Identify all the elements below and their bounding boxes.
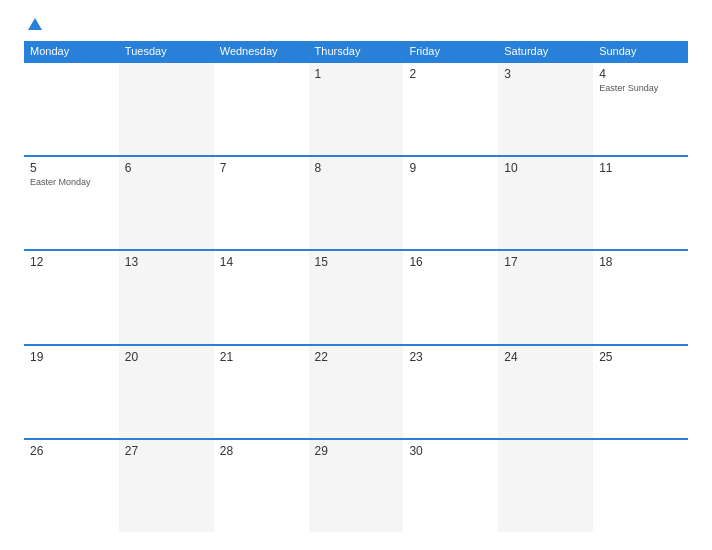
cal-cell [24, 63, 119, 155]
cal-cell: 28 [214, 440, 309, 532]
day-number: 2 [409, 67, 492, 81]
day-number: 27 [125, 444, 208, 458]
day-number: 10 [504, 161, 587, 175]
cal-cell: 24 [498, 346, 593, 438]
header-cell-friday: Friday [403, 41, 498, 61]
calendar-body: 1234Easter Sunday5Easter Monday678910111… [24, 61, 688, 532]
day-number: 17 [504, 255, 587, 269]
day-number: 29 [315, 444, 398, 458]
day-number: 20 [125, 350, 208, 364]
cal-cell: 18 [593, 251, 688, 343]
day-number: 30 [409, 444, 492, 458]
cal-cell: 12 [24, 251, 119, 343]
day-number: 28 [220, 444, 303, 458]
day-number: 1 [315, 67, 398, 81]
cal-cell: 26 [24, 440, 119, 532]
cal-cell: 8 [309, 157, 404, 249]
day-number: 8 [315, 161, 398, 175]
page: MondayTuesdayWednesdayThursdayFridaySatu… [0, 0, 712, 550]
cal-cell: 11 [593, 157, 688, 249]
cal-cell: 20 [119, 346, 214, 438]
cal-cell: 5Easter Monday [24, 157, 119, 249]
cal-cell [498, 440, 593, 532]
calendar: MondayTuesdayWednesdayThursdayFridaySatu… [24, 41, 688, 532]
day-number: 26 [30, 444, 113, 458]
cal-cell: 29 [309, 440, 404, 532]
cal-cell: 16 [403, 251, 498, 343]
cal-cell: 19 [24, 346, 119, 438]
logo-blue-text [24, 18, 42, 31]
day-number: 12 [30, 255, 113, 269]
cal-cell: 3 [498, 63, 593, 155]
header-cell-tuesday: Tuesday [119, 41, 214, 61]
cal-cell: 2 [403, 63, 498, 155]
calendar-header: MondayTuesdayWednesdayThursdayFridaySatu… [24, 41, 688, 61]
cal-cell: 13 [119, 251, 214, 343]
holiday-label: Easter Sunday [599, 83, 682, 95]
week-row-1: 5Easter Monday67891011 [24, 155, 688, 249]
day-number: 22 [315, 350, 398, 364]
header-cell-monday: Monday [24, 41, 119, 61]
cal-cell: 14 [214, 251, 309, 343]
cal-cell: 17 [498, 251, 593, 343]
header [24, 18, 688, 31]
day-number: 24 [504, 350, 587, 364]
cal-cell: 30 [403, 440, 498, 532]
cal-cell: 4Easter Sunday [593, 63, 688, 155]
logo [24, 18, 42, 31]
day-number: 13 [125, 255, 208, 269]
day-number: 11 [599, 161, 682, 175]
cal-cell: 25 [593, 346, 688, 438]
cal-cell: 15 [309, 251, 404, 343]
day-number: 21 [220, 350, 303, 364]
cal-cell: 21 [214, 346, 309, 438]
cal-cell: 9 [403, 157, 498, 249]
day-number: 19 [30, 350, 113, 364]
day-number: 4 [599, 67, 682, 81]
header-cell-sunday: Sunday [593, 41, 688, 61]
header-cell-wednesday: Wednesday [214, 41, 309, 61]
cal-cell: 1 [309, 63, 404, 155]
day-number: 3 [504, 67, 587, 81]
week-row-3: 19202122232425 [24, 344, 688, 438]
day-number: 7 [220, 161, 303, 175]
day-number: 23 [409, 350, 492, 364]
day-number: 14 [220, 255, 303, 269]
header-cell-thursday: Thursday [309, 41, 404, 61]
header-cell-saturday: Saturday [498, 41, 593, 61]
week-row-2: 12131415161718 [24, 249, 688, 343]
cal-cell: 27 [119, 440, 214, 532]
week-row-4: 2627282930 [24, 438, 688, 532]
cal-cell: 22 [309, 346, 404, 438]
holiday-label: Easter Monday [30, 177, 113, 189]
day-number: 25 [599, 350, 682, 364]
day-number: 18 [599, 255, 682, 269]
cal-cell: 10 [498, 157, 593, 249]
week-row-0: 1234Easter Sunday [24, 61, 688, 155]
cal-cell [214, 63, 309, 155]
cal-cell: 23 [403, 346, 498, 438]
day-number: 6 [125, 161, 208, 175]
logo-triangle-icon [28, 18, 42, 30]
cal-cell: 6 [119, 157, 214, 249]
cal-cell [593, 440, 688, 532]
day-number: 5 [30, 161, 113, 175]
cal-cell [119, 63, 214, 155]
day-number: 9 [409, 161, 492, 175]
cal-cell: 7 [214, 157, 309, 249]
day-number: 16 [409, 255, 492, 269]
day-number: 15 [315, 255, 398, 269]
